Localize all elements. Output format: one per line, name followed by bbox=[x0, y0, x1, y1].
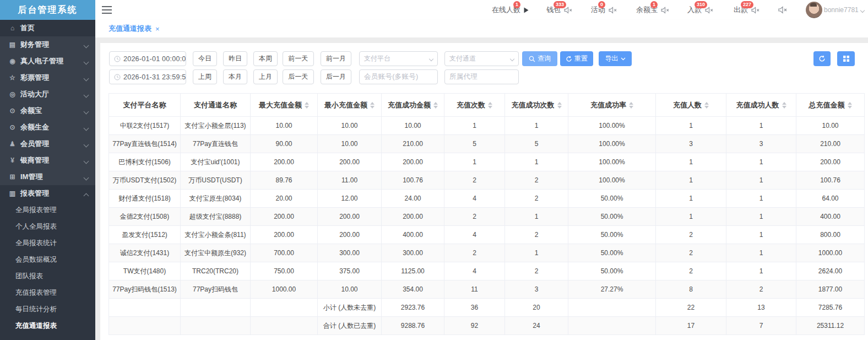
sidebar-item-report[interactable]: ▥报表管理 bbox=[0, 185, 95, 202]
column-header: 支付通道名称 bbox=[181, 94, 251, 117]
user-name[interactable]: bonnie7781 bbox=[824, 0, 859, 20]
sidebar-item-member[interactable]: ♟会员管理 bbox=[0, 136, 95, 152]
quick-range-button-昨日[interactable]: 昨日 bbox=[223, 51, 247, 66]
sidebar-subitem-会员数据概况[interactable]: 会员数据概况 bbox=[0, 251, 95, 268]
date-end-input[interactable]: 2026-01-31 23:59:59 bbox=[109, 69, 186, 84]
tab-recharge-channel-report[interactable]: 充值通道报表 × bbox=[109, 20, 160, 37]
quick-range-button-今日[interactable]: 今日 bbox=[193, 51, 217, 66]
table-cell: 89.76 bbox=[251, 171, 318, 190]
search-button[interactable]: 查询 bbox=[522, 51, 557, 66]
tab-close-icon[interactable]: × bbox=[155, 25, 160, 33]
quick-range-button-前一月[interactable]: 前一月 bbox=[321, 51, 351, 66]
sidebar-subitem-充值报表管理[interactable]: 充值报表管理 bbox=[0, 284, 95, 301]
chevron-down-icon bbox=[84, 60, 89, 65]
member-account-input[interactable]: 会员账号(多账号) bbox=[359, 69, 438, 84]
platform-select[interactable]: 支付平台 bbox=[359, 51, 438, 66]
finance-icon: ▤ bbox=[8, 41, 17, 48]
table-cell: 巴博利支付(1506) bbox=[109, 153, 181, 171]
agent-input[interactable]: 所属代理 bbox=[444, 69, 519, 84]
merchant-icon: ¥ bbox=[8, 156, 17, 164]
table-cell: 2624.00 bbox=[796, 262, 865, 280]
column-header[interactable]: 最大充值金额 bbox=[251, 94, 318, 117]
stat-badge: 227 bbox=[741, 1, 753, 8]
quick-range-button-本周[interactable]: 本周 bbox=[253, 51, 278, 66]
sort-icons[interactable] bbox=[848, 102, 852, 109]
column-header[interactable]: 充值次数 bbox=[444, 94, 505, 117]
sidebar-item-lottery[interactable]: ☆彩票管理 bbox=[0, 69, 95, 86]
speaker-muted-icon[interactable] bbox=[705, 7, 714, 14]
menu-toggle-icon[interactable] bbox=[102, 6, 112, 14]
sidebar-item-yuesheng[interactable]: ⊙余额生金 bbox=[0, 119, 95, 136]
play-icon[interactable] bbox=[524, 7, 529, 13]
table-cell: 400.00 bbox=[382, 226, 444, 244]
sidebar-item-live[interactable]: ◉真人电子管理 bbox=[0, 53, 95, 69]
sort-icons[interactable] bbox=[704, 102, 709, 109]
column-header[interactable]: 充值成功金额 bbox=[382, 94, 444, 117]
sidebar-subitem-团队报表[interactable]: 团队报表 bbox=[0, 268, 95, 284]
quick-range-button-上月[interactable]: 上月 bbox=[253, 69, 278, 84]
table-cell: 2 bbox=[444, 208, 505, 226]
table-cell: 1000.00 bbox=[251, 280, 318, 299]
reset-button[interactable]: 重置 bbox=[560, 51, 593, 66]
sort-icons[interactable] bbox=[488, 102, 492, 109]
date-start-input[interactable]: 2026-01-01 00:00:00 bbox=[109, 51, 186, 66]
table-cell: 2923.76 bbox=[382, 299, 444, 317]
sort-icons[interactable] bbox=[433, 102, 438, 109]
sort-icons[interactable] bbox=[782, 102, 786, 109]
sort-icons[interactable] bbox=[305, 102, 309, 109]
refresh-icon bbox=[818, 55, 826, 62]
column-header[interactable]: 总充值金额 bbox=[796, 94, 865, 117]
table-cell: 22 bbox=[656, 299, 726, 317]
sidebar-subitem-个人全局报表[interactable]: 个人全局报表 bbox=[0, 218, 95, 235]
table-cell: 4 bbox=[444, 262, 505, 280]
topbar: 在线人数1钱包333活动0余额宝1入款310出款227 bonnie7781 bbox=[95, 0, 868, 20]
stat-钱包: 钱包333 bbox=[546, 0, 573, 20]
user-menu-chevron-icon[interactable] bbox=[860, 8, 865, 13]
column-header: 支付平台名称 bbox=[109, 94, 181, 117]
sort-icons[interactable] bbox=[370, 102, 375, 109]
channel-select[interactable]: 支付通道 bbox=[444, 51, 519, 66]
column-header[interactable]: 充值成功人数 bbox=[726, 94, 796, 117]
column-header[interactable]: 充值成功率 bbox=[568, 94, 656, 117]
stat-badge: 333 bbox=[554, 1, 566, 8]
quick-range-button-后一天[interactable]: 后一天 bbox=[283, 69, 314, 84]
column-header[interactable]: 充值人数 bbox=[656, 94, 726, 117]
speaker-muted-icon[interactable] bbox=[661, 7, 670, 14]
sidebar-item-finance[interactable]: ▤财务管理 bbox=[0, 36, 95, 53]
speaker-muted-icon[interactable] bbox=[564, 7, 573, 14]
sort-icons[interactable] bbox=[629, 102, 633, 109]
table-cell: 1000.00 bbox=[796, 244, 865, 262]
sidebar-item-activity[interactable]: ◎活动大厅 bbox=[0, 86, 95, 102]
sidebar-item-im[interactable]: ⊞IM管理 bbox=[0, 169, 95, 185]
table-cell: 1 bbox=[656, 208, 726, 226]
sort-icons[interactable] bbox=[557, 102, 562, 109]
quick-range-button-本月[interactable]: 本月 bbox=[223, 69, 247, 84]
sidebar-item-home[interactable]: ⌂首页 bbox=[0, 20, 95, 36]
quick-range-button-前一天[interactable]: 前一天 bbox=[283, 51, 314, 66]
table-cell: 10.00 bbox=[318, 117, 382, 135]
chevron-down-icon bbox=[84, 159, 89, 164]
export-button[interactable]: 导出 bbox=[599, 51, 632, 66]
mute-all-icon[interactable] bbox=[778, 6, 788, 14]
lottery-icon: ☆ bbox=[8, 74, 17, 82]
speaker-muted-icon[interactable] bbox=[751, 7, 760, 14]
quick-range-button-上周[interactable]: 上周 bbox=[193, 69, 217, 84]
table-cell: 2 bbox=[444, 171, 505, 190]
sidebar-item-yuebao[interactable]: ⊙余额宝 bbox=[0, 102, 95, 119]
sidebar-subitem-全局报表统计[interactable]: 全局报表统计 bbox=[0, 235, 95, 251]
user-avatar[interactable] bbox=[806, 2, 822, 18]
table-cell: 12.00 bbox=[318, 190, 382, 208]
sidebar-subitem-每日统计分析[interactable]: 每日统计分析 bbox=[0, 301, 95, 317]
chevron-down-icon bbox=[84, 43, 89, 48]
sidebar-subitem-充值通道报表[interactable]: 充值通道报表 bbox=[0, 317, 95, 334]
quick-range-button-后一月[interactable]: 后一月 bbox=[321, 69, 351, 84]
export-button-label: 导出 bbox=[605, 54, 619, 63]
column-header[interactable]: 最小充值金额 bbox=[318, 94, 382, 117]
sidebar-subitem-全局报表管理[interactable]: 全局报表管理 bbox=[0, 202, 95, 218]
column-header[interactable]: 充值成功次数 bbox=[505, 94, 568, 117]
column-settings-button[interactable] bbox=[837, 51, 855, 66]
sidebar-item-label: 财务管理 bbox=[20, 40, 49, 50]
speaker-muted-icon[interactable] bbox=[609, 7, 617, 14]
sidebar-item-merchant[interactable]: ¥银商管理 bbox=[0, 152, 95, 169]
refresh-table-button[interactable] bbox=[813, 51, 831, 66]
